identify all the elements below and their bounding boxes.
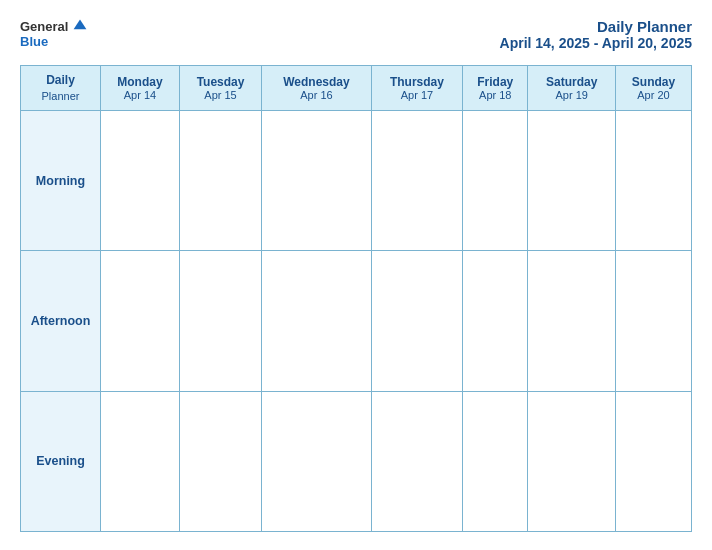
col-date: Apr 14 bbox=[105, 89, 175, 101]
row-label-afternoon: Afternoon bbox=[21, 251, 101, 391]
header-col-monday: MondayApr 14 bbox=[101, 66, 180, 111]
planner-table: Daily Planner MondayApr 14TuesdayApr 15W… bbox=[20, 65, 692, 532]
table-header-row: Daily Planner MondayApr 14TuesdayApr 15W… bbox=[21, 66, 692, 111]
cell-afternoon-sunday bbox=[616, 251, 692, 391]
cell-morning-sunday bbox=[616, 111, 692, 251]
cell-afternoon-friday bbox=[463, 251, 528, 391]
logo: General bbox=[20, 18, 88, 34]
col-date: Apr 19 bbox=[532, 89, 611, 101]
cell-morning-wednesday bbox=[262, 111, 371, 251]
cell-evening-thursday bbox=[371, 391, 462, 531]
cell-evening-tuesday bbox=[179, 391, 261, 531]
col-date: Apr 15 bbox=[184, 89, 257, 101]
header-col-thursday: ThursdayApr 17 bbox=[371, 66, 462, 111]
col-date: Apr 16 bbox=[266, 89, 366, 101]
header: General Blue Daily Planner April 14, 202… bbox=[20, 18, 692, 51]
cell-evening-monday bbox=[101, 391, 180, 531]
logo-area: General Blue bbox=[20, 18, 88, 49]
cell-evening-wednesday bbox=[262, 391, 371, 531]
cell-afternoon-thursday bbox=[371, 251, 462, 391]
col-dayname: Sunday bbox=[620, 75, 687, 89]
cell-evening-saturday bbox=[528, 391, 616, 531]
cell-evening-sunday bbox=[616, 391, 692, 531]
col-dayname: Thursday bbox=[376, 75, 458, 89]
table-row: Morning bbox=[21, 111, 692, 251]
header-col-friday: FridayApr 18 bbox=[463, 66, 528, 111]
svg-marker-0 bbox=[74, 20, 87, 30]
header-label-cell: Daily Planner bbox=[21, 66, 101, 111]
table-row: Afternoon bbox=[21, 251, 692, 391]
row-label-evening: Evening bbox=[21, 391, 101, 531]
col-date: Apr 17 bbox=[376, 89, 458, 101]
header-col-tuesday: TuesdayApr 15 bbox=[179, 66, 261, 111]
cell-morning-saturday bbox=[528, 111, 616, 251]
cell-afternoon-monday bbox=[101, 251, 180, 391]
logo-blue-text: Blue bbox=[20, 34, 48, 49]
col-dayname: Friday bbox=[467, 75, 523, 89]
col-dayname: Saturday bbox=[532, 75, 611, 89]
header-label-line1: Daily bbox=[25, 72, 96, 89]
col-dayname: Monday bbox=[105, 75, 175, 89]
col-date: Apr 18 bbox=[467, 89, 523, 101]
cell-afternoon-tuesday bbox=[179, 251, 261, 391]
col-date: Apr 20 bbox=[620, 89, 687, 101]
cell-morning-monday bbox=[101, 111, 180, 251]
cell-evening-friday bbox=[463, 391, 528, 531]
cell-morning-tuesday bbox=[179, 111, 261, 251]
header-col-saturday: SaturdayApr 19 bbox=[528, 66, 616, 111]
header-label-line2: Planner bbox=[25, 89, 96, 104]
cell-afternoon-wednesday bbox=[262, 251, 371, 391]
planner-title: Daily Planner bbox=[500, 18, 692, 35]
row-label-morning: Morning bbox=[21, 111, 101, 251]
cell-afternoon-saturday bbox=[528, 251, 616, 391]
header-col-sunday: SundayApr 20 bbox=[616, 66, 692, 111]
title-area: Daily Planner April 14, 2025 - April 20,… bbox=[500, 18, 692, 51]
logo-icon bbox=[72, 18, 88, 34]
cell-morning-thursday bbox=[371, 111, 462, 251]
cell-morning-friday bbox=[463, 111, 528, 251]
table-row: Evening bbox=[21, 391, 692, 531]
header-col-wednesday: WednesdayApr 16 bbox=[262, 66, 371, 111]
col-dayname: Tuesday bbox=[184, 75, 257, 89]
logo-general-text: General bbox=[20, 19, 68, 34]
col-dayname: Wednesday bbox=[266, 75, 366, 89]
planner-date-range: April 14, 2025 - April 20, 2025 bbox=[500, 35, 692, 51]
